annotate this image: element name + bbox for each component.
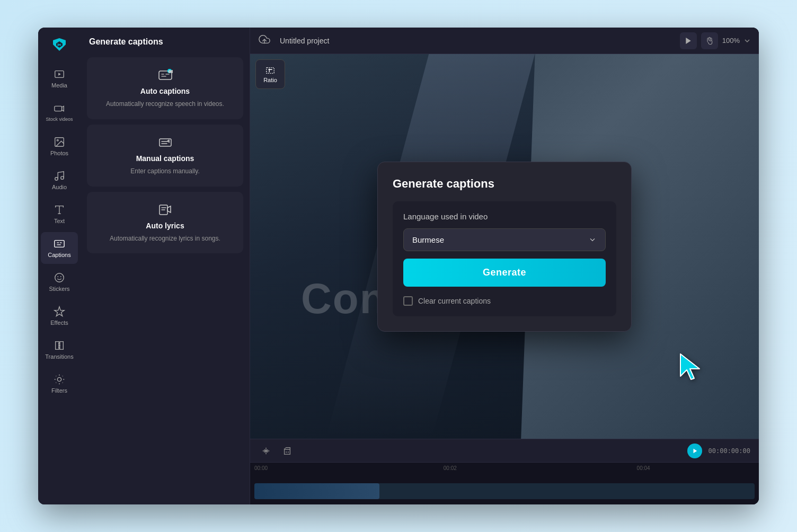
auto-lyrics-desc: Automatically recognize lyrics in songs. — [110, 234, 220, 243]
generate-button[interactable]: Generate — [403, 259, 606, 287]
language-label: Language used in video — [403, 212, 606, 221]
modal-overlay: Generate captions Language used in video… — [250, 54, 759, 439]
sidebar-item-media[interactable]: Media — [41, 63, 78, 94]
modal-title: Generate captions — [393, 177, 616, 191]
timeline-track[interactable] — [254, 483, 755, 499]
svg-text:✂: ✂ — [57, 42, 61, 48]
modal-section: Language used in video Burmese Generate … — [393, 201, 616, 316]
sidebar-item-audio-label: Audio — [52, 184, 67, 190]
sidebar-item-stickers-label: Stickers — [49, 286, 69, 292]
project-title: Untitled project — [280, 37, 329, 45]
sidebar-item-transitions[interactable]: Transitions — [41, 334, 78, 366]
language-select[interactable]: Burmese — [403, 228, 606, 251]
time-display: 00:00:00:00 — [709, 447, 750, 455]
manual-captions-icon — [158, 135, 173, 150]
app-logo: ✂ — [48, 33, 71, 56]
sidebar-item-text[interactable]: Text — [41, 198, 78, 230]
delete-icon[interactable] — [280, 444, 295, 458]
play-preview-button[interactable] — [680, 32, 697, 49]
captions-panel: Generate captions CC Auto captions Autom… — [81, 28, 250, 504]
svg-point-6 — [61, 176, 64, 180]
captions-cards: CC Auto captions Automatically recognize… — [81, 53, 250, 258]
captions-panel-title: Generate captions — [89, 37, 163, 46]
timeline-play-button[interactable] — [687, 444, 702, 458]
sidebar-item-stickers[interactable]: Stickers — [41, 266, 78, 298]
manual-captions-title: Manual captions — [136, 154, 194, 163]
sidebar-item-captions-label: Captions — [48, 252, 70, 258]
clear-captions-label: Clear current captions — [418, 297, 491, 305]
auto-captions-icon: CC — [158, 68, 173, 83]
sidebar-item-stock-label: Stock videos — [46, 117, 73, 122]
svg-point-4 — [57, 139, 58, 141]
video-area: Confe Ratio Generate captions Language u… — [250, 54, 759, 439]
sidebar-item-effects[interactable]: Effects — [41, 300, 78, 332]
zoom-level: 100% — [722, 37, 740, 45]
svg-point-8 — [55, 273, 64, 282]
svg-point-5 — [55, 178, 58, 181]
sidebar-item-text-label: Text — [54, 218, 65, 224]
dropdown-chevron-icon — [588, 235, 597, 244]
manual-captions-card[interactable]: Manual captions Enter captions manually. — [87, 125, 243, 187]
auto-lyrics-icon — [158, 202, 173, 217]
svg-marker-18 — [686, 38, 690, 44]
save-to-cloud-icon[interactable] — [259, 33, 273, 48]
hand-tool-button[interactable] — [701, 32, 718, 49]
auto-captions-card[interactable]: CC Auto captions Automatically recognize… — [87, 57, 243, 119]
sidebar-item-photos-label: Photos — [50, 150, 68, 156]
top-bar-controls: 100% — [680, 32, 750, 49]
sidebar-item-filters[interactable]: Filters — [41, 368, 78, 400]
sidebar-item-effects-label: Effects — [50, 320, 68, 326]
auto-captions-title: Auto captions — [140, 87, 190, 95]
clear-captions-checkbox[interactable] — [403, 296, 413, 306]
sidebar-item-stock-videos[interactable]: Stock videos — [41, 96, 78, 128]
trim-icon[interactable] — [259, 444, 273, 458]
captions-panel-header: Generate captions — [81, 28, 250, 53]
app-window: ✂ Media Stock videos P — [38, 28, 759, 504]
svg-point-11 — [57, 377, 61, 381]
timeline: 00:00 00:02 00:04 — [250, 462, 759, 504]
sidebar-item-filters-label: Filters — [51, 387, 67, 394]
sidebar-item-captions[interactable]: Captions — [41, 232, 78, 264]
generate-captions-modal: Generate captions Language used in video… — [377, 162, 632, 332]
svg-rect-2 — [55, 106, 62, 111]
svg-marker-25 — [693, 448, 697, 453]
timeline-marker-1: 00:02 — [444, 465, 457, 471]
clear-captions-row: Clear current captions — [403, 296, 606, 306]
manual-captions-desc: Enter captions manually. — [130, 167, 200, 176]
timeline-markers: 00:00 00:02 00:04 — [250, 463, 759, 473]
svg-rect-7 — [55, 241, 64, 247]
sidebar-item-audio[interactable]: Audio — [41, 164, 78, 196]
cursor-pointer — [676, 352, 706, 386]
svg-text:CC: CC — [169, 70, 173, 73]
main-area: Untitled project 100% — [250, 28, 759, 504]
chevron-down-icon — [744, 38, 750, 44]
auto-captions-desc: Automatically recognize speech in videos… — [106, 100, 224, 109]
timeline-marker-0: 00:00 — [254, 465, 268, 471]
top-bar: Untitled project 100% — [250, 28, 759, 54]
bottom-bar: 00:00:00:00 — [250, 439, 759, 462]
timeline-marker-2: 00:04 — [637, 465, 650, 471]
sidebar-item-transitions-label: Transitions — [45, 353, 73, 360]
auto-lyrics-card[interactable]: Auto lyrics Automatically recognize lyri… — [87, 192, 243, 254]
sidebar: ✂ Media Stock videos P — [38, 28, 81, 504]
sidebar-item-photos[interactable]: Photos — [41, 130, 78, 162]
selected-language: Burmese — [412, 235, 444, 244]
auto-lyrics-title: Auto lyrics — [146, 221, 184, 230]
sidebar-item-media-label: Media — [51, 82, 67, 88]
